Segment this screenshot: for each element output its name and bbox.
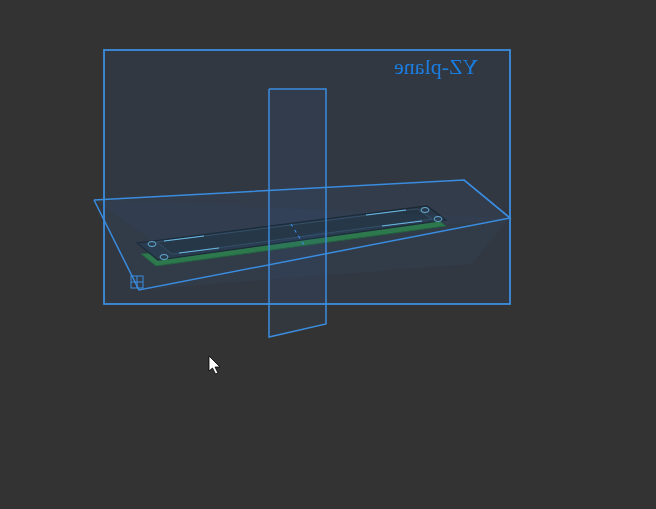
yz-plane-label: YZ-plane (394, 54, 478, 80)
scene-panel[interactable]: YZ-plane (4, 4, 652, 505)
3d-viewport[interactable]: YZ-plane (0, 0, 656, 509)
vertical-plane-front-fill[interactable] (104, 50, 510, 304)
scene-svg[interactable] (4, 4, 652, 505)
